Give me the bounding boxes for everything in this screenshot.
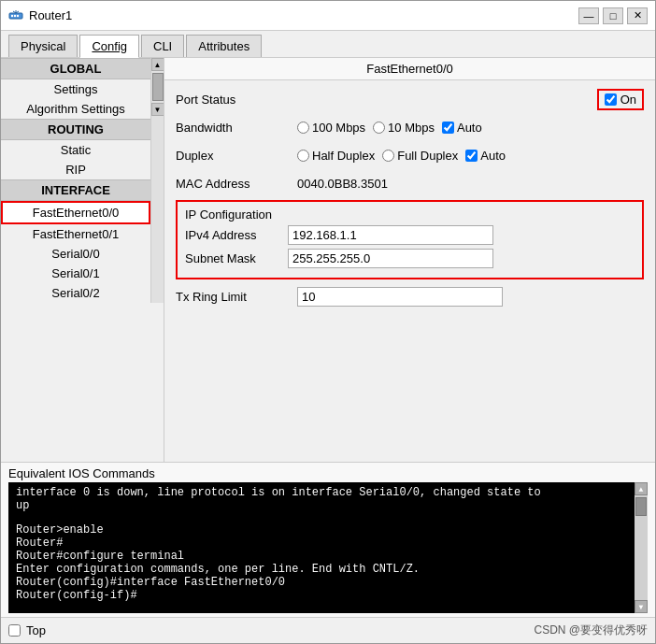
- sidebar-item-serial00[interactable]: Serial0/0: [1, 244, 150, 264]
- ios-line-3: Router>enable: [16, 523, 640, 537]
- bandwidth-auto-label: Auto: [457, 121, 482, 135]
- port-status-on-label: On: [620, 93, 636, 107]
- scrollbar-thumb[interactable]: [152, 73, 164, 101]
- title-bar: Router1 — □ ✕: [1, 1, 655, 31]
- sidebar: GLOBAL Settings Algorithm Settings ROUTI…: [1, 58, 164, 462]
- tab-bar: Physical Config CLI Attributes: [1, 31, 655, 58]
- status-left: Top: [8, 623, 46, 637]
- ios-line-4: Router#: [16, 537, 640, 550]
- ipv4-label: IPv4 Address: [185, 228, 288, 242]
- ios-section: Equivalent IOS Commands interface 0 is d…: [1, 462, 655, 617]
- subnet-input[interactable]: [288, 249, 493, 268]
- svg-point-1: [11, 14, 13, 16]
- tx-ring-row: Tx Ring Limit: [176, 287, 644, 307]
- ip-config-title: IP Configuration: [185, 208, 635, 222]
- duplex-label: Duplex: [176, 149, 297, 163]
- bandwidth-100-label: 100 Mbps: [312, 121, 365, 135]
- tx-ring-input[interactable]: [297, 287, 503, 307]
- svg-point-3: [17, 14, 19, 16]
- sidebar-scrollbar[interactable]: ▲ ▼: [150, 58, 164, 303]
- router-icon: [8, 8, 23, 23]
- duplex-auto-label: Auto: [480, 149, 506, 163]
- bandwidth-controls: 100 Mbps 10 Mbps Auto: [297, 121, 644, 135]
- ios-label: Equivalent IOS Commands: [1, 463, 655, 482]
- mac-address-row: MAC Address 0040.0BB8.3501: [176, 172, 644, 194]
- bandwidth-10-option[interactable]: 10 Mbps: [373, 121, 435, 135]
- port-status-checkbox[interactable]: [605, 93, 617, 106]
- bandwidth-100-option[interactable]: 100 Mbps: [297, 121, 365, 135]
- tx-ring-label: Tx Ring Limit: [176, 290, 297, 304]
- main-area: GLOBAL Settings Algorithm Settings ROUTI…: [1, 58, 655, 462]
- window-controls: — □ ✕: [578, 7, 648, 24]
- ios-line-7: Router(config)#interface FastEthernet0/0: [16, 576, 640, 589]
- tab-config[interactable]: Config: [79, 35, 139, 58]
- duplex-half-label: Half Duplex: [312, 149, 375, 163]
- scrollbar-down-btn[interactable]: ▼: [151, 103, 164, 116]
- duplex-row: Duplex Half Duplex Full Duplex Auto: [176, 144, 644, 166]
- ios-scroll-up[interactable]: ▲: [635, 482, 648, 495]
- content-area: FastEthernet0/0 Port Status On Bandwidth: [164, 58, 655, 462]
- duplex-auto-option[interactable]: Auto: [465, 149, 506, 163]
- ios-scrollbar[interactable]: ▲ ▼: [635, 482, 648, 613]
- sidebar-global-header: GLOBAL: [1, 58, 150, 79]
- top-checkbox[interactable]: [8, 624, 21, 637]
- status-bar: Top CSDN @要变得优秀呀: [1, 617, 655, 643]
- sidebar-item-serial02[interactable]: Serial0/2: [1, 283, 150, 303]
- svg-point-2: [14, 14, 16, 16]
- ipv4-row: IPv4 Address: [185, 225, 635, 245]
- ios-console[interactable]: interface 0 is down, line protocol is on…: [8, 482, 648, 613]
- duplex-controls: Half Duplex Full Duplex Auto: [297, 149, 644, 163]
- sidebar-item-rip[interactable]: RIP: [1, 160, 150, 179]
- sidebar-content: GLOBAL Settings Algorithm Settings ROUTI…: [1, 58, 150, 303]
- port-status-row: Port Status On: [176, 88, 644, 110]
- bandwidth-auto-option[interactable]: Auto: [442, 121, 482, 135]
- ios-line-8: Router(config-if)#: [16, 589, 640, 602]
- duplex-full-label: Full Duplex: [397, 149, 458, 163]
- ios-scroll-down[interactable]: ▼: [635, 600, 648, 613]
- sidebar-item-serial01[interactable]: Serial0/1: [1, 264, 150, 283]
- duplex-full-option[interactable]: Full Duplex: [382, 149, 458, 163]
- form-area: Port Status On Bandwidth 100 Mbps: [164, 80, 655, 462]
- main-window: Router1 — □ ✕ Physical Config CLI Attrib…: [0, 0, 656, 644]
- ios-line-2: [16, 512, 640, 523]
- tab-cli[interactable]: CLI: [141, 35, 184, 57]
- subnet-row: Subnet Mask: [185, 249, 635, 268]
- mac-address-value: 0040.0BB8.3501: [297, 177, 388, 191]
- ios-line-1: up: [16, 499, 640, 512]
- tab-attributes[interactable]: Attributes: [186, 35, 262, 57]
- ipv4-input[interactable]: [288, 225, 493, 245]
- title-bar-left: Router1: [8, 8, 72, 23]
- duplex-half-option[interactable]: Half Duplex: [297, 149, 375, 163]
- bandwidth-label: Bandwidth: [176, 121, 297, 135]
- port-status-box: On: [597, 89, 644, 110]
- tab-physical[interactable]: Physical: [8, 35, 78, 57]
- sidebar-routing-header: ROUTING: [1, 119, 150, 140]
- sidebar-item-fastethernet00[interactable]: FastEthernet0/0: [1, 201, 150, 224]
- ios-line-5: Router#configure terminal: [16, 550, 640, 563]
- ip-config-section: IP Configuration IPv4 Address Subnet Mas…: [176, 200, 644, 279]
- sidebar-item-static[interactable]: Static: [1, 140, 150, 160]
- close-button[interactable]: ✕: [627, 7, 648, 24]
- mac-address-label: MAC Address: [176, 177, 297, 191]
- ios-line-0: interface 0 is down, line protocol is on…: [16, 486, 640, 499]
- scrollbar-up-btn[interactable]: ▲: [151, 58, 164, 71]
- sidebar-scroll-container: GLOBAL Settings Algorithm Settings ROUTI…: [1, 58, 164, 303]
- sidebar-item-settings[interactable]: Settings: [1, 79, 150, 99]
- sidebar-interface-header: INTERFACE: [1, 179, 150, 201]
- interface-title: FastEthernet0/0: [164, 58, 655, 80]
- ios-scroll-thumb[interactable]: [635, 497, 647, 516]
- sidebar-item-fastethernet01[interactable]: FastEthernet0/1: [1, 224, 150, 244]
- maximize-button[interactable]: □: [603, 7, 623, 24]
- top-label: Top: [26, 623, 46, 637]
- window-title: Router1: [29, 8, 72, 22]
- sidebar-item-algorithm-settings[interactable]: Algorithm Settings: [1, 99, 150, 119]
- bandwidth-row: Bandwidth 100 Mbps 10 Mbps Auto: [176, 116, 644, 138]
- subnet-label: Subnet Mask: [185, 251, 288, 265]
- watermark: CSDN @要变得优秀呀: [534, 623, 648, 638]
- ios-line-6: Enter configuration commands, one per li…: [16, 563, 640, 576]
- bandwidth-10-label: 10 Mbps: [388, 121, 435, 135]
- minimize-button[interactable]: —: [578, 7, 599, 24]
- port-status-label: Port Status: [176, 93, 297, 107]
